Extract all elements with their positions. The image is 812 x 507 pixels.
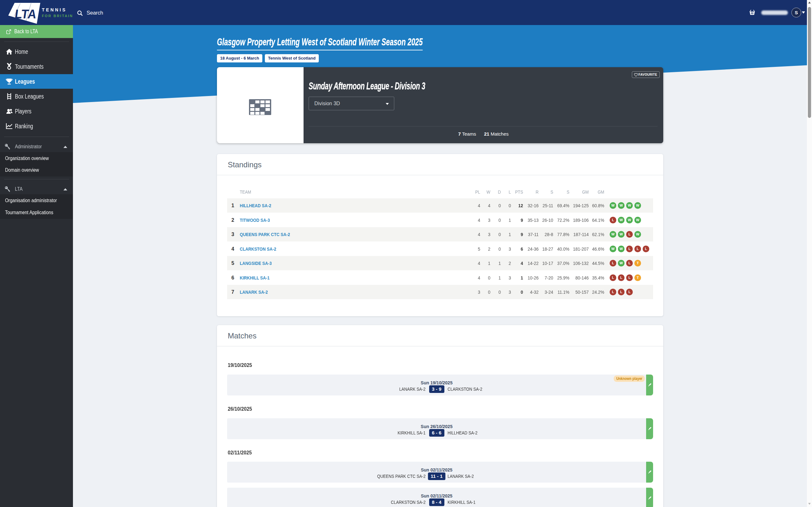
svg-text:LTA: LTA — [14, 7, 38, 21]
svg-text:TENNIS: TENNIS — [42, 7, 67, 12]
svg-text:FOR BRITAIN: FOR BRITAIN — [42, 14, 73, 18]
